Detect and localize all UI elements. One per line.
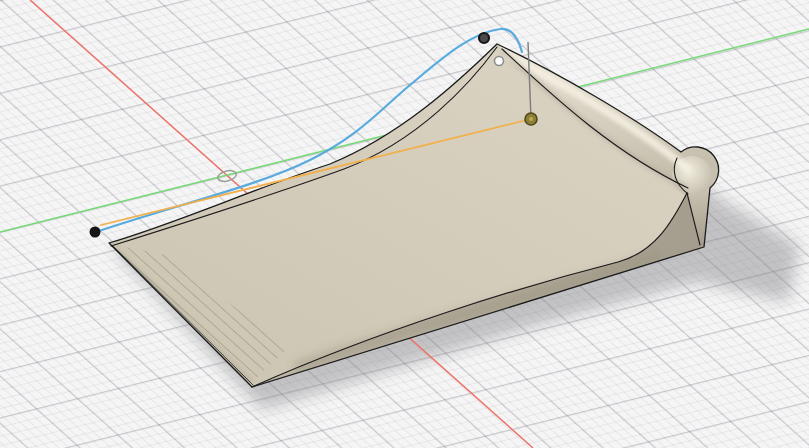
spline-start-point[interactable] <box>90 227 101 238</box>
tangent-handle-point[interactable] <box>495 57 504 66</box>
cad-viewport-canvas[interactable] <box>0 0 809 448</box>
spline-end-point[interactable] <box>479 33 489 43</box>
weight-point-core <box>529 117 533 121</box>
cad-viewport <box>0 0 809 448</box>
